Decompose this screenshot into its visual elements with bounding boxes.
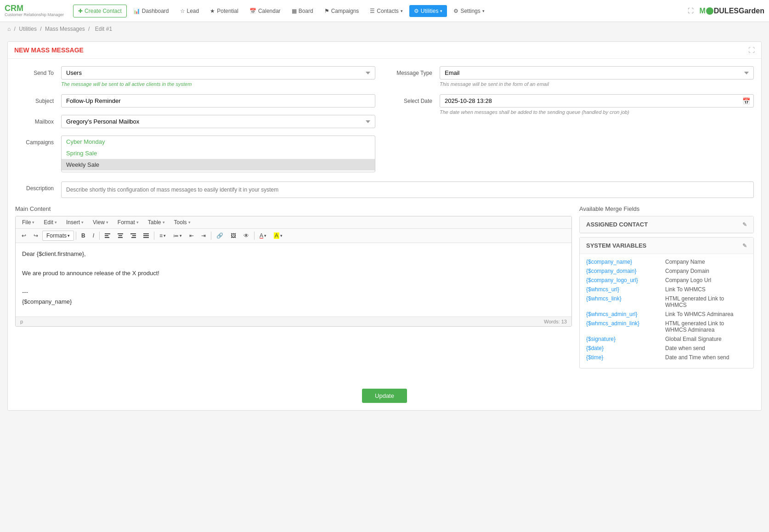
menu-view-label: View — [93, 219, 105, 226]
align-right-button[interactable] — [127, 232, 139, 239]
date-input[interactable] — [440, 94, 754, 108]
preview-button[interactable]: 👁 — [240, 231, 252, 240]
system-variables-header[interactable]: SYSTEM VARIABLES ✎ — [580, 238, 753, 254]
nav-settings-label: Settings — [460, 8, 480, 14]
breadcrumb-home[interactable]: ⌂ — [7, 26, 11, 32]
outdent-button[interactable]: ⇤ — [186, 231, 197, 240]
menu-view[interactable]: View ▾ — [88, 217, 113, 227]
system-variables-edit-icon[interactable]: ✎ — [742, 243, 747, 249]
merge-var-whmcs-url[interactable]: {$whmcs_url} — [586, 286, 660, 293]
menu-file[interactable]: File ▾ — [17, 217, 39, 227]
mailbox-label: Mailbox — [15, 115, 61, 125]
merge-var-company-logo-url[interactable]: {$company_logo_url} — [586, 277, 660, 283]
number-list-button[interactable]: ≔ ▾ — [170, 231, 185, 240]
settings-icon: ⚙ — [453, 8, 458, 14]
bullet-list-button[interactable]: ≡ ▾ — [156, 231, 169, 240]
calendar-picker-icon[interactable]: 📅 — [742, 97, 750, 105]
undo-button[interactable]: ↩ — [18, 231, 29, 240]
description-label: Description — [15, 181, 61, 192]
campaigns-label: Campaigns — [15, 136, 61, 146]
merge-var-whmcs-admin-url[interactable]: {$whmcs_admin_url} — [586, 311, 660, 317]
formats-dropdown[interactable]: Formats ▾ — [42, 231, 74, 241]
menu-edit[interactable]: Edit ▾ — [39, 217, 62, 227]
merge-var-time[interactable]: {$time} — [586, 354, 660, 361]
bold-button[interactable]: B — [78, 231, 89, 240]
form-card: NEW MASS MESSAGE ⛶ Send To Users The m — [7, 41, 762, 411]
bg-color-button[interactable]: A ▾ — [271, 231, 286, 240]
svg-rect-10 — [143, 235, 149, 236]
breadcrumb-mass-messages[interactable]: Mass Messages — [45, 26, 85, 32]
nav-utilities-label: Utilities — [421, 8, 439, 14]
campaign-item-0[interactable]: Cyber Monday — [62, 136, 375, 147]
link-button[interactable]: 🔗 — [213, 231, 226, 240]
nav-potential[interactable]: ★ Potential — [205, 5, 243, 17]
align-justify-button[interactable] — [140, 232, 152, 239]
editor-column: Main Content File ▾ Edit ▾ — [15, 205, 572, 327]
merge-row-company-logo-url: {$company_logo_url} Company Logo Url — [586, 277, 747, 283]
nav-potential-label: Potential — [217, 8, 238, 14]
nav-settings[interactable]: ⚙ Settings ▾ — [449, 5, 489, 17]
assigned-contact-header[interactable]: ASSIGNED CONTACT ✎ — [580, 216, 753, 233]
view-arrow-icon: ▾ — [106, 220, 108, 225]
message-type-select[interactable]: Email — [440, 66, 754, 79]
breadcrumb-utilities[interactable]: Utilities — [19, 26, 37, 32]
message-type-row: Message Type Email This message will be … — [394, 66, 754, 87]
merge-var-date[interactable]: {$date} — [586, 345, 660, 351]
menu-insert[interactable]: Insert ▾ — [62, 217, 88, 227]
assigned-contact-edit-icon[interactable]: ✎ — [742, 221, 747, 228]
merge-var-company-domain[interactable]: {$company_domain} — [586, 268, 660, 274]
expand-button[interactable]: ⛶ — [748, 46, 755, 54]
menu-table-label: Table — [148, 219, 161, 226]
subject-input[interactable] — [61, 94, 375, 108]
message-type-hint: This message will be sent in the form of… — [440, 81, 754, 87]
menu-table[interactable]: Table ▾ — [143, 217, 170, 227]
description-input[interactable] — [61, 181, 754, 198]
campaign-item-1[interactable]: Spring Sale — [62, 147, 375, 159]
editor-body[interactable]: Dear {$client.firstname}, We are proud t… — [16, 243, 571, 317]
mailbox-select[interactable]: Gregory's Personal Mailbox — [61, 115, 375, 128]
svg-rect-5 — [118, 237, 123, 238]
indent-button[interactable]: ⇥ — [198, 231, 209, 240]
nav-board[interactable]: ▦ Board — [287, 5, 318, 17]
nav-lead[interactable]: ☆ Lead — [175, 5, 204, 17]
nav-utilities[interactable]: ⚙ Utilities ▾ — [409, 5, 447, 17]
nav-dashboard[interactable]: 📊 Dashboard — [129, 5, 174, 17]
merge-var-company-name[interactable]: {$company_name} — [586, 259, 660, 265]
nav-contacts[interactable]: ☰ Contacts ▾ — [365, 5, 407, 17]
editor-card: File ▾ Edit ▾ Insert ▾ — [15, 216, 572, 327]
select-date-row: Select Date 📅 The date when messages sha… — [394, 94, 754, 115]
align-center-button[interactable] — [114, 232, 126, 239]
merge-desc-whmcs-url: Link To WHMCS — [665, 286, 706, 293]
left-panel: Send To Users The message will be sent t… — [15, 66, 375, 180]
merge-var-whmcs-admin-link[interactable]: {$whmcs_admin_link} — [586, 320, 660, 327]
send-to-select[interactable]: Users — [61, 66, 375, 79]
nav-dashboard-label: Dashboard — [142, 8, 169, 14]
image-button[interactable]: 🖼 — [227, 231, 239, 240]
italic-button[interactable]: I — [90, 231, 97, 240]
align-left-button[interactable] — [102, 232, 113, 239]
send-to-input-wrap: Users The message will be sent to all ac… — [61, 66, 375, 87]
menu-tools[interactable]: Tools ▾ — [170, 217, 195, 227]
merge-row-signature: {$signature} Global Email Signature — [586, 336, 747, 342]
calendar-icon: 📅 — [249, 8, 256, 14]
campaign-item-2[interactable]: Weekly Sale — [62, 159, 375, 170]
nav-create-contact[interactable]: ✚ Create Contact — [73, 5, 127, 17]
update-button[interactable]: Update — [362, 389, 407, 403]
right-panel: Message Type Email This message will be … — [394, 66, 754, 180]
svg-rect-9 — [143, 233, 149, 234]
nav-calendar[interactable]: 📅 Calendar — [245, 5, 285, 17]
nav-board-label: Board — [299, 8, 313, 14]
editor-toolbar: ↩ ↪ Formats ▾ B I — [16, 229, 571, 243]
redo-button[interactable]: ↪ — [30, 231, 41, 240]
editor-merge-layout: Main Content File ▾ Edit ▾ — [15, 205, 754, 372]
merge-desc-signature: Global Email Signature — [665, 336, 722, 342]
svg-rect-11 — [143, 237, 149, 238]
font-color-button[interactable]: A ▾ — [256, 231, 270, 240]
send-to-row: Send To Users The message will be sent t… — [15, 66, 375, 87]
merge-var-whmcs-link[interactable]: {$whmcs_link} — [586, 295, 660, 302]
merge-row-time: {$time} Date and Time when send — [586, 354, 747, 361]
merge-var-signature[interactable]: {$signature} — [586, 336, 660, 342]
menu-format[interactable]: Format ▾ — [113, 217, 143, 227]
select-date-label: Select Date — [394, 94, 440, 104]
nav-campaigns[interactable]: ⚑ Campaigns — [320, 5, 364, 17]
